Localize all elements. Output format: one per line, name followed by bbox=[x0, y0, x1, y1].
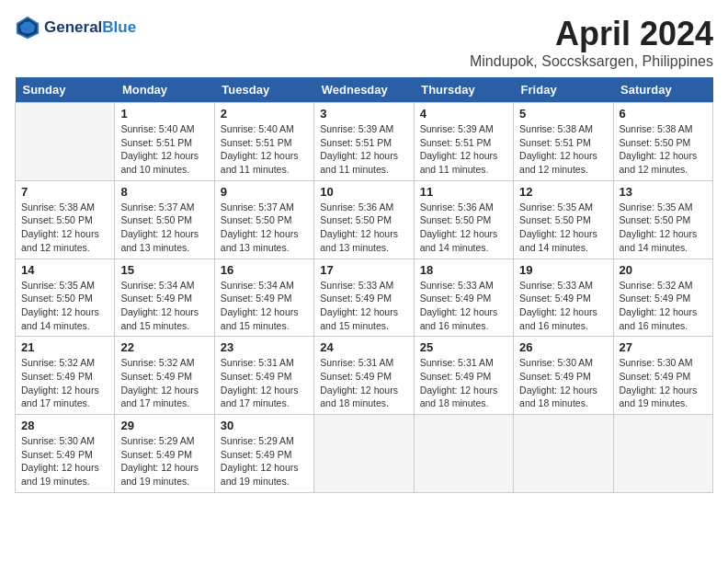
day-number: 13 bbox=[620, 185, 707, 199]
day-number: 29 bbox=[120, 419, 208, 432]
day-info: Sunrise: 5:33 AM Sunset: 5:49 PM Dayligh… bbox=[320, 279, 407, 333]
week-row-5: 28Sunrise: 5:30 AM Sunset: 5:49 PM Dayli… bbox=[16, 415, 713, 493]
day-info: Sunrise: 5:30 AM Sunset: 5:49 PM Dayligh… bbox=[620, 356, 707, 410]
day-number: 25 bbox=[420, 340, 507, 354]
day-info: Sunrise: 5:31 AM Sunset: 5:49 PM Dayligh… bbox=[420, 356, 507, 410]
calendar-cell bbox=[514, 415, 613, 493]
day-number: 22 bbox=[120, 340, 208, 354]
calendar-cell: 4Sunrise: 5:39 AM Sunset: 5:51 PM Daylig… bbox=[414, 103, 513, 181]
day-number: 9 bbox=[221, 185, 308, 199]
day-info: Sunrise: 5:36 AM Sunset: 5:50 PM Dayligh… bbox=[420, 201, 507, 255]
day-info: Sunrise: 5:32 AM Sunset: 5:49 PM Dayligh… bbox=[21, 356, 108, 410]
calendar-cell: 13Sunrise: 5:35 AM Sunset: 5:50 PM Dayli… bbox=[613, 180, 712, 259]
calendar-cell: 1Sunrise: 5:40 AM Sunset: 5:51 PM Daylig… bbox=[115, 103, 214, 181]
day-info: Sunrise: 5:31 AM Sunset: 5:49 PM Dayligh… bbox=[221, 356, 308, 410]
calendar-cell: 18Sunrise: 5:33 AM Sunset: 5:49 PM Dayli… bbox=[414, 259, 513, 337]
day-number: 2 bbox=[221, 107, 308, 121]
calendar-cell bbox=[613, 415, 712, 493]
day-info: Sunrise: 5:34 AM Sunset: 5:49 PM Dayligh… bbox=[221, 279, 308, 333]
calendar-cell: 11Sunrise: 5:36 AM Sunset: 5:50 PM Dayli… bbox=[414, 180, 513, 259]
logo-icon bbox=[15, 15, 40, 40]
calendar-cell: 17Sunrise: 5:33 AM Sunset: 5:49 PM Dayli… bbox=[314, 259, 414, 337]
location: Mindupok, Soccsksargen, Philippines bbox=[470, 53, 713, 70]
calendar-cell: 29Sunrise: 5:29 AM Sunset: 5:49 PM Dayli… bbox=[115, 415, 214, 493]
calendar-cell: 10Sunrise: 5:36 AM Sunset: 5:50 PM Dayli… bbox=[314, 180, 414, 259]
calendar-cell: 24Sunrise: 5:31 AM Sunset: 5:49 PM Dayli… bbox=[314, 337, 414, 415]
calendar-cell: 9Sunrise: 5:37 AM Sunset: 5:50 PM Daylig… bbox=[214, 180, 313, 259]
day-number: 11 bbox=[420, 185, 507, 199]
calendar-cell: 20Sunrise: 5:32 AM Sunset: 5:49 PM Dayli… bbox=[613, 259, 712, 337]
calendar-cell: 15Sunrise: 5:34 AM Sunset: 5:49 PM Dayli… bbox=[115, 259, 214, 337]
calendar-header-row: SundayMondayTuesdayWednesdayThursdayFrid… bbox=[16, 77, 713, 103]
calendar-cell: 5Sunrise: 5:38 AM Sunset: 5:51 PM Daylig… bbox=[514, 103, 613, 181]
logo-blue: Blue bbox=[102, 18, 136, 36]
logo: GeneralBlue bbox=[15, 15, 136, 40]
day-info: Sunrise: 5:32 AM Sunset: 5:49 PM Dayligh… bbox=[620, 279, 707, 333]
title-block: April 2024 Mindupok, Soccsksargen, Phili… bbox=[470, 15, 713, 70]
month-title: April 2024 bbox=[470, 15, 713, 53]
calendar-cell: 2Sunrise: 5:40 AM Sunset: 5:51 PM Daylig… bbox=[214, 103, 313, 181]
day-info: Sunrise: 5:40 AM Sunset: 5:51 PM Dayligh… bbox=[120, 122, 208, 177]
page-wrapper: GeneralBlue April 2024 Mindupok, Soccsks… bbox=[15, 15, 713, 493]
day-number: 15 bbox=[120, 263, 208, 277]
day-info: Sunrise: 5:31 AM Sunset: 5:49 PM Dayligh… bbox=[320, 356, 407, 410]
calendar-cell: 30Sunrise: 5:29 AM Sunset: 5:49 PM Dayli… bbox=[214, 415, 313, 493]
day-number: 17 bbox=[320, 263, 407, 277]
day-header-friday: Friday bbox=[514, 77, 613, 103]
day-number: 16 bbox=[221, 263, 308, 277]
day-info: Sunrise: 5:38 AM Sunset: 5:50 PM Dayligh… bbox=[21, 201, 108, 255]
day-number: 6 bbox=[620, 107, 707, 121]
day-info: Sunrise: 5:32 AM Sunset: 5:49 PM Dayligh… bbox=[120, 356, 208, 410]
day-number: 23 bbox=[221, 340, 308, 354]
week-row-3: 14Sunrise: 5:35 AM Sunset: 5:50 PM Dayli… bbox=[16, 259, 713, 337]
day-header-sunday: Sunday bbox=[16, 77, 115, 103]
day-header-saturday: Saturday bbox=[613, 77, 712, 103]
day-info: Sunrise: 5:38 AM Sunset: 5:50 PM Dayligh… bbox=[620, 122, 707, 177]
day-info: Sunrise: 5:37 AM Sunset: 5:50 PM Dayligh… bbox=[120, 201, 208, 255]
day-number: 4 bbox=[420, 107, 507, 121]
calendar-cell bbox=[414, 415, 513, 493]
day-number: 3 bbox=[320, 107, 407, 121]
week-row-1: 1Sunrise: 5:40 AM Sunset: 5:51 PM Daylig… bbox=[16, 103, 713, 181]
day-info: Sunrise: 5:33 AM Sunset: 5:49 PM Dayligh… bbox=[519, 279, 607, 333]
week-row-4: 21Sunrise: 5:32 AM Sunset: 5:49 PM Dayli… bbox=[16, 337, 713, 415]
page-header: GeneralBlue April 2024 Mindupok, Soccsks… bbox=[15, 15, 713, 70]
calendar-cell: 26Sunrise: 5:30 AM Sunset: 5:49 PM Dayli… bbox=[514, 337, 613, 415]
calendar-cell: 19Sunrise: 5:33 AM Sunset: 5:49 PM Dayli… bbox=[514, 259, 613, 337]
calendar-cell: 22Sunrise: 5:32 AM Sunset: 5:49 PM Dayli… bbox=[115, 337, 214, 415]
day-number: 5 bbox=[519, 107, 607, 121]
day-number: 19 bbox=[519, 263, 607, 277]
day-info: Sunrise: 5:40 AM Sunset: 5:51 PM Dayligh… bbox=[221, 122, 308, 177]
day-info: Sunrise: 5:33 AM Sunset: 5:49 PM Dayligh… bbox=[420, 279, 507, 333]
calendar-body: 1Sunrise: 5:40 AM Sunset: 5:51 PM Daylig… bbox=[16, 103, 713, 493]
day-number: 21 bbox=[21, 340, 108, 354]
day-info: Sunrise: 5:29 AM Sunset: 5:49 PM Dayligh… bbox=[120, 434, 208, 488]
calendar-cell: 8Sunrise: 5:37 AM Sunset: 5:50 PM Daylig… bbox=[115, 180, 214, 259]
calendar-cell: 6Sunrise: 5:38 AM Sunset: 5:50 PM Daylig… bbox=[613, 103, 712, 181]
day-number: 27 bbox=[620, 340, 707, 354]
day-info: Sunrise: 5:29 AM Sunset: 5:49 PM Dayligh… bbox=[221, 434, 308, 488]
calendar-cell bbox=[16, 103, 115, 181]
day-number: 10 bbox=[320, 185, 407, 199]
calendar-cell bbox=[314, 415, 414, 493]
calendar-cell: 25Sunrise: 5:31 AM Sunset: 5:49 PM Dayli… bbox=[414, 337, 513, 415]
day-number: 1 bbox=[120, 107, 208, 121]
day-header-wednesday: Wednesday bbox=[314, 77, 414, 103]
day-info: Sunrise: 5:30 AM Sunset: 5:49 PM Dayligh… bbox=[519, 356, 607, 410]
day-info: Sunrise: 5:34 AM Sunset: 5:49 PM Dayligh… bbox=[120, 279, 208, 333]
calendar-cell: 27Sunrise: 5:30 AM Sunset: 5:49 PM Dayli… bbox=[613, 337, 712, 415]
day-number: 18 bbox=[420, 263, 507, 277]
day-info: Sunrise: 5:36 AM Sunset: 5:50 PM Dayligh… bbox=[320, 201, 407, 255]
logo-text: GeneralBlue bbox=[44, 19, 136, 37]
logo-general: General bbox=[44, 18, 102, 36]
day-info: Sunrise: 5:30 AM Sunset: 5:49 PM Dayligh… bbox=[21, 434, 108, 488]
day-number: 30 bbox=[221, 419, 308, 432]
day-number: 7 bbox=[21, 185, 108, 199]
day-header-monday: Monday bbox=[115, 77, 214, 103]
day-number: 26 bbox=[519, 340, 607, 354]
day-header-tuesday: Tuesday bbox=[214, 77, 313, 103]
day-header-thursday: Thursday bbox=[414, 77, 513, 103]
day-number: 8 bbox=[120, 185, 208, 199]
day-info: Sunrise: 5:35 AM Sunset: 5:50 PM Dayligh… bbox=[620, 201, 707, 255]
day-info: Sunrise: 5:37 AM Sunset: 5:50 PM Dayligh… bbox=[221, 201, 308, 255]
